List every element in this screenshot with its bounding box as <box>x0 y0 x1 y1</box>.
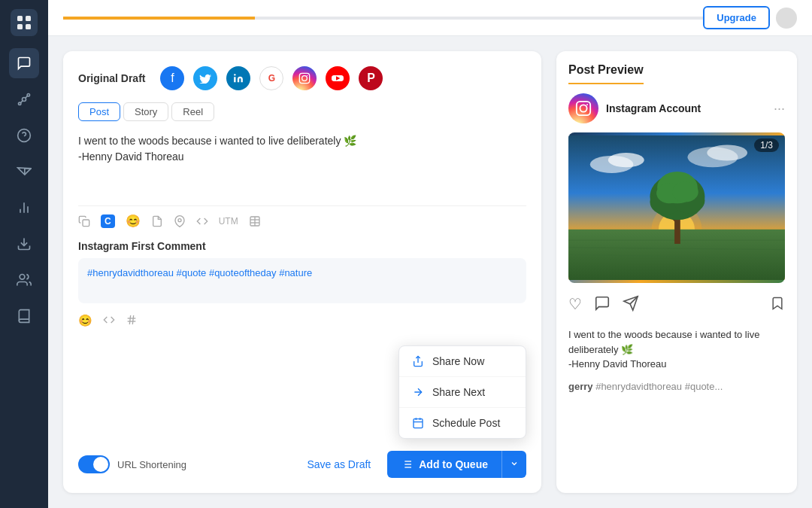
svg-point-6 <box>19 102 21 105</box>
bookmark-icon[interactable] <box>770 295 785 315</box>
svg-rect-39 <box>414 419 423 428</box>
like-icon[interactable]: ♡ <box>568 295 582 315</box>
emoji-icon[interactable]: 😊 <box>126 214 141 228</box>
google-icon[interactable]: G <box>259 66 283 90</box>
svg-rect-1 <box>26 16 31 21</box>
compose-panel: Original Draft f G P <box>63 51 541 493</box>
preview-caption: I went to the woods because i wanted to … <box>568 327 785 372</box>
share-next-icon <box>411 386 425 398</box>
svg-point-22 <box>178 218 181 221</box>
svg-point-16 <box>20 275 25 280</box>
share-next-label: Share Next <box>432 386 485 398</box>
add-to-queue-button[interactable]: Add to Queue <box>387 451 501 478</box>
utm-label[interactable]: UTM <box>219 216 238 227</box>
sidebar-item-users[interactable] <box>9 265 39 295</box>
post-text-area[interactable]: I went to the woods because i wanted to … <box>78 133 526 193</box>
main-content: Upgrade Original Draft f G <box>48 0 812 508</box>
preview-action-left: ♡ <box>568 295 639 315</box>
preview-hashtag-text: #henrydavidthoreau #quote... <box>595 381 723 392</box>
url-shortening-label: URL Shortening <box>117 459 186 470</box>
schedule-post-label: Schedule Post <box>432 417 500 429</box>
share-now-label: Share Now <box>432 355 484 367</box>
svg-line-8 <box>20 101 23 103</box>
svg-point-20 <box>307 75 308 76</box>
queue-dropdown-button[interactable] <box>501 451 526 478</box>
url-shortening-toggle[interactable] <box>78 455 110 473</box>
sidebar-item-support[interactable] <box>9 120 39 151</box>
close-button[interactable] <box>776 8 797 29</box>
sidebar-item-messages[interactable] <box>9 48 39 78</box>
compose-footer: URL Shortening Save as Draft Add to Queu… <box>78 451 526 478</box>
svg-rect-3 <box>26 24 31 29</box>
comment-code-icon[interactable] <box>103 314 115 328</box>
tab-bar: Post Story Reel <box>78 102 526 121</box>
location-icon[interactable] <box>174 215 186 227</box>
preview-title: Post Preview <box>568 63 644 84</box>
save-draft-button[interactable]: Save as Draft <box>298 452 380 476</box>
comment-emoji-icon[interactable]: 😊 <box>78 314 92 328</box>
queue-dropdown-menu: Share Now Share Next <box>398 345 526 439</box>
sidebar-logo[interactable] <box>11 9 38 36</box>
preview-username: gerry <box>568 381 593 392</box>
compose-header: Original Draft f G P <box>78 66 526 90</box>
svg-point-45 <box>586 104 588 105</box>
share-now-option[interactable]: Share Now <box>399 346 526 377</box>
comment-icon[interactable] <box>594 295 611 315</box>
schedule-post-option[interactable]: Schedule Post <box>399 408 526 438</box>
twitter-icon[interactable] <box>193 66 217 90</box>
svg-rect-18 <box>300 73 310 83</box>
comment-toolbar: 😊 <box>78 309 526 328</box>
sidebar-item-downloads[interactable] <box>9 229 39 259</box>
preview-caption-text: I went to the woods because i wanted to … <box>568 329 759 370</box>
top-bar: Upgrade <box>48 0 812 36</box>
instagram-icon[interactable] <box>292 66 317 90</box>
svg-line-30 <box>132 315 133 324</box>
upgrade-button[interactable]: Upgrade <box>703 6 770 29</box>
svg-rect-2 <box>17 24 23 29</box>
share-next-option[interactable]: Share Next <box>399 377 526 408</box>
svg-point-44 <box>580 105 586 111</box>
svg-point-5 <box>27 94 29 96</box>
share-now-icon <box>411 355 425 367</box>
preview-image: 1/3 <box>568 132 785 283</box>
sidebar-item-network[interactable] <box>9 84 39 114</box>
youtube-icon[interactable] <box>326 66 350 90</box>
preview-panel: Post Preview Instagram Account ··· <box>556 51 797 493</box>
comment-hashtag-icon[interactable] <box>126 314 138 328</box>
progress-bar-fill <box>63 17 255 20</box>
tab-story[interactable]: Story <box>123 102 168 121</box>
preview-account-name: Instagram Account <box>606 102 701 114</box>
svg-line-29 <box>129 315 130 324</box>
tab-post[interactable]: Post <box>78 102 120 121</box>
first-comment-input[interactable]: #henrydavidthoreau #quote #quoteoftheday… <box>78 258 526 303</box>
svg-point-50 <box>707 144 747 160</box>
first-comment-label: Instagram First Comment <box>78 240 526 252</box>
more-options-icon[interactable]: ··· <box>774 101 785 117</box>
original-draft-label: Original Draft <box>78 72 145 84</box>
send-icon[interactable] <box>623 295 639 315</box>
pinterest-icon[interactable]: P <box>359 66 383 90</box>
sidebar-item-library[interactable] <box>9 301 39 331</box>
image-counter: 1/3 <box>754 138 779 152</box>
preview-hashtags: gerry #henrydavidthoreau #quote... <box>568 381 785 392</box>
linkedin-icon[interactable] <box>226 66 250 90</box>
table-icon[interactable] <box>249 215 261 227</box>
sidebar-item-analytics[interactable] <box>9 193 39 223</box>
content-area: Original Draft f G P <box>48 36 812 508</box>
sidebar-item-campaigns[interactable] <box>9 157 39 187</box>
sidebar <box>0 0 48 508</box>
facebook-icon[interactable]: f <box>160 66 184 90</box>
caption-icon[interactable]: C <box>101 214 115 228</box>
tab-reel[interactable]: Reel <box>171 102 214 121</box>
copy-icon[interactable] <box>78 215 90 227</box>
code-icon[interactable] <box>196 215 208 227</box>
add-to-queue-label: Add to Queue <box>419 458 488 470</box>
add-to-queue-group: Add to Queue <box>387 451 526 478</box>
footer-buttons: Save as Draft Add to Queue <box>298 451 526 478</box>
svg-line-7 <box>26 96 28 98</box>
preview-account-left: Instagram Account <box>568 93 701 123</box>
svg-point-19 <box>302 76 308 81</box>
post-toolbar: C 😊 UTM <box>78 205 526 228</box>
progress-bar <box>63 17 703 20</box>
file-icon[interactable] <box>151 215 163 227</box>
